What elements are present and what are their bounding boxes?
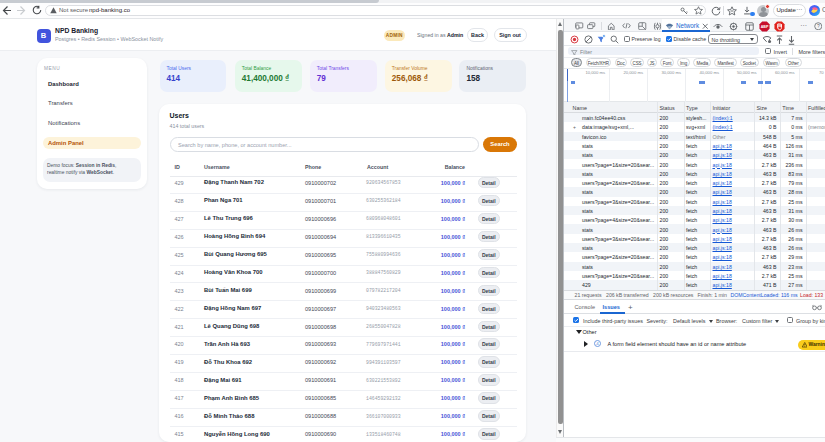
svg-text:ABP: ABP [760, 25, 768, 29]
svg-text:?: ? [816, 24, 819, 29]
